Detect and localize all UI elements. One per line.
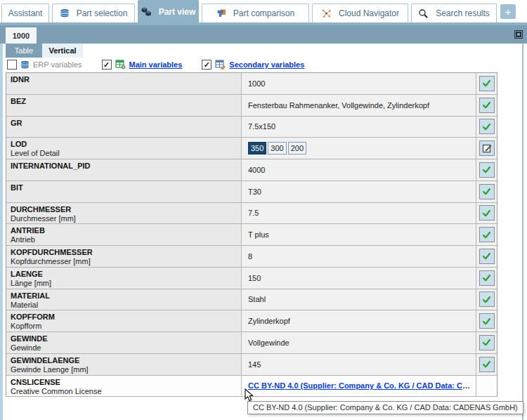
confirm-value-button[interactable]: [479, 98, 495, 113]
magnifier-icon: [418, 8, 429, 19]
tab-label: Cloud Navigator: [339, 8, 399, 18]
confirm-value-button[interactable]: [479, 291, 495, 307]
filter-secondary-variables: ✓ Secondary variables: [202, 60, 304, 70]
table-row: INTERNATIONAL_PID4000: [6, 159, 497, 181]
row-action-cell: [476, 73, 497, 94]
row-action-cell: [476, 138, 497, 159]
tab-part-view[interactable]: Part view: [138, 0, 199, 22]
tab-part-comparison[interactable]: Part comparison: [202, 4, 309, 22]
confirm-value-button[interactable]: [479, 270, 495, 286]
variable-description: Kopfform: [11, 322, 241, 331]
view-tab-table[interactable]: Table: [6, 44, 42, 58]
variable-value: T plus: [248, 230, 269, 239]
variable-name: KOPFDURCHMESSER: [11, 247, 241, 257]
variable-value: 145: [248, 360, 261, 369]
variable-value-cell: 4000: [242, 159, 476, 181]
variable-value: 150: [248, 274, 261, 282]
variable-value-cell: 145: [242, 354, 476, 375]
license-link[interactable]: CC BY-ND 4.0 (Supplier: Company & Co. KG…: [248, 381, 471, 390]
filter-label[interactable]: Secondary variables: [229, 60, 304, 69]
lod-option-300[interactable]: 300: [268, 142, 286, 155]
variable-value: 8: [248, 252, 252, 261]
check-icon: [481, 273, 492, 283]
edit-value-button[interactable]: [479, 140, 495, 156]
restore-window-icon[interactable]: [514, 30, 523, 39]
row-action-cell: [476, 181, 497, 202]
document-tab-bar: 1000: [0, 25, 527, 44]
confirm-value-button[interactable]: [479, 76, 495, 91]
variable-name: BIT: [11, 183, 241, 192]
check-icon: [481, 337, 492, 348]
row-action-cell: [476, 289, 497, 310]
table-row: GEWINDEGewindeVollgewinde: [6, 332, 497, 354]
confirm-value-button[interactable]: [479, 162, 495, 178]
variable-value: Fensterbau Rahmenanker, Vollgewinde, Zyl…: [248, 101, 429, 110]
variable-name-cell: ANTRIEBAntrieb: [6, 224, 242, 245]
tab-search-results[interactable]: Search results: [411, 4, 497, 22]
check-icon: [481, 78, 492, 88]
variable-name: IDNR: [11, 74, 241, 84]
view-tab-vertical[interactable]: Vertical: [42, 44, 83, 58]
variable-value-cell: T30: [242, 181, 476, 202]
confirm-value-button[interactable]: [479, 335, 495, 350]
variable-name-cell: KOPFFORMKopfform: [6, 310, 242, 332]
row-action-cell: [476, 268, 497, 289]
variable-name: MATERIAL: [11, 291, 241, 301]
add-tab-button[interactable]: +: [500, 4, 516, 19]
row-action-cell: [476, 203, 497, 224]
confirm-value-button[interactable]: [479, 313, 495, 329]
variable-value-cell: Fensterbau Rahmenanker, Vollgewinde, Zyl…: [242, 95, 476, 116]
check-icon: [481, 100, 492, 110]
tab-cloud-navigator[interactable]: Cloud Navigator: [312, 4, 408, 22]
confirm-value-button[interactable]: [479, 119, 495, 134]
variable-name-cell: BEZ: [6, 95, 242, 116]
network-icon: [321, 8, 332, 18]
variable-description: Länge [mm]: [11, 279, 241, 288]
tab-part-selection[interactable]: Part selection: [52, 4, 135, 22]
variable-description: Gewinde: [11, 343, 241, 353]
variable-value-cell: CC BY-ND 4.0 (Supplier: Company & Co. KG…: [242, 376, 476, 397]
variable-name: GR: [11, 118, 241, 128]
tab-label: Part comparison: [233, 8, 294, 18]
tab-assistant[interactable]: Assistant: [1, 4, 49, 22]
table-row: MATERIALMaterialStahl: [6, 289, 497, 311]
lod-option-350[interactable]: 350: [248, 142, 266, 155]
variable-value: T30: [248, 188, 261, 196]
check-icon: [481, 186, 492, 197]
confirm-value-button[interactable]: [479, 227, 495, 242]
table-row: CNSLICENSECreative Common LicenseCC BY-N…: [6, 376, 497, 398]
lod-button-group: 350300200: [248, 142, 308, 155]
variable-value-cell: 7.5x150: [242, 117, 476, 138]
filter-label[interactable]: Main variables: [129, 60, 183, 69]
variable-filter-bar: ERP variables✓ Main variables✓ Secondary…: [7, 58, 304, 72]
variable-value-cell: Vollgewinde: [242, 332, 476, 353]
license-tooltip: CC BY-ND 4.0 (Supplier: Company & Co. KG…: [247, 401, 523, 414]
variable-description: Gewinde Laenge [mm]: [11, 365, 241, 374]
variable-name-cell: INTERNATIONAL_PID: [6, 159, 242, 181]
variable-description: Level of Detail: [11, 149, 241, 158]
view-tab-bar: TableVertical: [0, 44, 527, 58]
variable-name-cell: GEWINDELAENGEGewinde Laenge [mm]: [6, 354, 242, 375]
row-action-cell: [476, 354, 497, 375]
checkbox-main-variables[interactable]: ✓: [102, 60, 112, 70]
variable-value-cell: 8: [242, 246, 476, 267]
confirm-value-button[interactable]: [479, 249, 495, 264]
variable-description: Antrieb: [11, 235, 241, 244]
check-icon: [481, 316, 492, 327]
document-tab-1000[interactable]: 1000: [6, 27, 37, 44]
row-action-cell: [476, 159, 497, 181]
lod-option-200[interactable]: 200: [288, 142, 306, 155]
variable-value-cell: Stahl: [242, 289, 476, 310]
confirm-value-button[interactable]: [479, 205, 495, 221]
checkbox-secondary-variables[interactable]: ✓: [202, 60, 212, 70]
table-row: LODLevel of Detail350300200: [6, 138, 497, 159]
variable-name: BEZ: [11, 96, 241, 106]
variable-value: 7.5x150: [248, 122, 275, 131]
checkbox-erp-variables[interactable]: [7, 60, 17, 70]
variable-description: Creative Common License: [11, 387, 241, 396]
variable-value: Vollgewinde: [248, 339, 289, 347]
database-icon: [60, 8, 70, 18]
confirm-value-button[interactable]: [479, 357, 495, 372]
row-action-cell: [476, 246, 497, 267]
confirm-value-button[interactable]: [479, 184, 495, 199]
